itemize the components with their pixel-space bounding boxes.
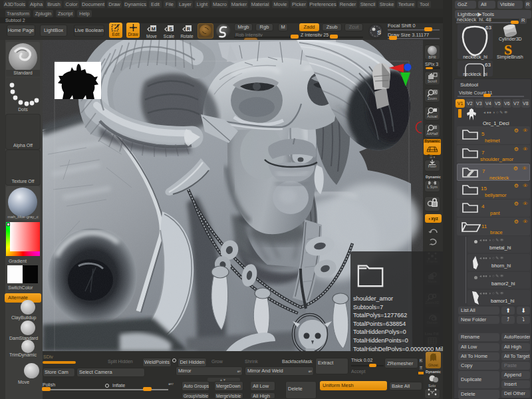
svg-text:S: S — [377, 29, 381, 36]
svg-text:R: R — [186, 26, 190, 32]
svg-text:M: M — [151, 26, 155, 32]
svg-text:S: S — [168, 26, 172, 32]
